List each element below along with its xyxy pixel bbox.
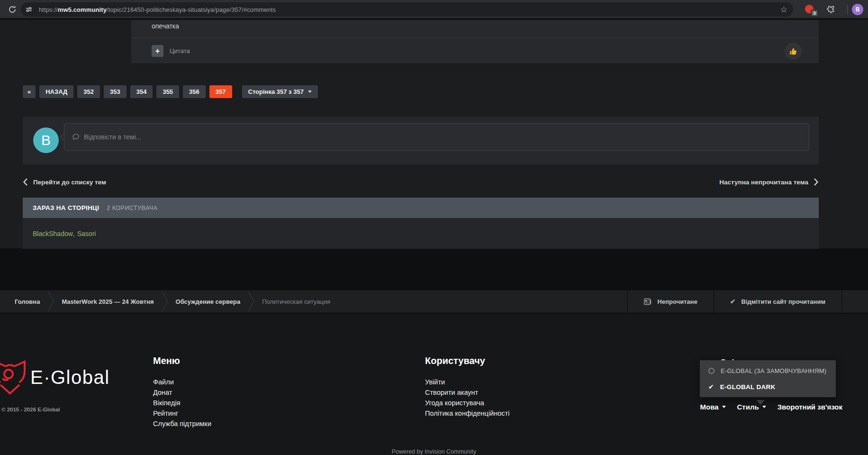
language-dropdown-button[interactable]: Мова <box>700 403 726 411</box>
address-bar[interactable]: https://mw5.community/topic/216450-polit… <box>21 2 793 17</box>
url-path: /topic/216450-politicheskaya-situatsiya/… <box>107 6 276 13</box>
page-button-354[interactable]: 354 <box>130 85 153 98</box>
screen: https://mw5.community/topic/216450-polit… <box>0 0 868 455</box>
page-button-355[interactable]: 355 <box>156 85 179 98</box>
breadcrumb: Головна MasterWork 2025 — 24 Жовтня Обсу… <box>0 290 337 313</box>
footer-link-support[interactable]: Служба підтримки <box>153 419 211 429</box>
footer-link-wiki[interactable]: Вікіпедія <box>153 398 211 408</box>
feedback-label: Зворотний зв'язок <box>778 403 842 411</box>
browser-toolbar: https://mw5.community/topic/216450-polit… <box>0 0 868 19</box>
chevron-right-icon <box>814 178 819 186</box>
breadcrumb-forum[interactable]: MasterWork 2025 — 24 Жовтня <box>62 298 154 305</box>
copyright-text: © 2015 - 2026 E-Global <box>1 407 60 412</box>
footer-link-donate[interactable]: Донат <box>153 387 211 398</box>
caret-down-icon <box>722 406 726 408</box>
first-page-button[interactable]: « <box>23 85 36 98</box>
extension-button[interactable]: 3 <box>805 4 819 17</box>
pagination: « НАЗАД 352 353 354 355 356 357 Сторінка… <box>23 85 318 98</box>
unread-content-label: Непрочитане <box>658 298 697 305</box>
reply-input[interactable] <box>84 133 809 141</box>
back-page-button[interactable]: НАЗАД <box>39 85 73 98</box>
back-to-topic-list-label: Перейти до списку тем <box>33 179 106 186</box>
speech-bubble-icon <box>72 133 80 141</box>
footer-user-title: Користувачу <box>425 355 509 366</box>
caret-down-icon <box>308 91 312 93</box>
browser-profile-avatar[interactable]: B <box>852 4 863 15</box>
eglobal-brand-text[interactable]: E·Global <box>30 367 110 388</box>
unread-content-button[interactable]: Непрочитане <box>627 290 714 313</box>
footer-link-terms[interactable]: Угода користувача <box>425 398 509 408</box>
user-link-sasori[interactable]: Sasori <box>77 230 96 237</box>
page-button-357-active[interactable]: 357 <box>209 85 232 98</box>
unread-content-icon <box>644 298 652 305</box>
page-button-356[interactable]: 356 <box>183 85 206 98</box>
topic-navigation: Перейти до списку тем Наступна непрочита… <box>23 176 819 188</box>
check-icon: ✔ <box>730 298 736 305</box>
back-to-topic-list-link[interactable]: Перейти до списку тем <box>23 178 106 186</box>
mark-site-read-button[interactable]: ✔ Відмітити сайт прочитаним <box>714 290 842 313</box>
check-icon: ✔ <box>708 383 714 391</box>
breadcrumb-actions: Непрочитане ✔ Відмітити сайт прочитаним <box>627 290 842 313</box>
online-users-panel: ЗАРАЗ НА СТОРІНЦІ 2 КОРИСТУВАЧА BlackSha… <box>23 198 819 249</box>
page-button-353[interactable]: 353 <box>104 85 127 98</box>
powered-by-text[interactable]: Powered by Invision Community <box>0 448 868 455</box>
post-footer: + Цитата <box>131 38 819 64</box>
eglobal-fox-logo-icon <box>0 359 26 397</box>
breadcrumb-subforum[interactable]: Обсуждение сервера <box>176 298 241 305</box>
site-footer: E·Global © 2015 - 2026 E-Global Меню Фай… <box>0 314 868 455</box>
online-users-title: ЗАРАЗ НА СТОРІНЦІ <box>33 204 99 211</box>
breadcrumb-separator-icon <box>161 290 169 313</box>
footer-column-user: Користувачу Увійти Створити акаунт Угода… <box>425 355 509 419</box>
quote-button[interactable]: Цитата <box>170 47 190 55</box>
page-button-352[interactable]: 352 <box>77 85 100 98</box>
list-separator: , <box>73 230 75 237</box>
reaction-button[interactable] <box>785 43 802 60</box>
breadcrumb-home[interactable]: Головна <box>15 298 40 305</box>
thumbs-up-icon <box>789 47 798 56</box>
feedback-link[interactable]: Зворотний зв'язок <box>778 403 842 411</box>
footer-menu-title: Меню <box>153 355 211 366</box>
dropdown-caret <box>756 400 765 405</box>
extensions-puzzle-icon[interactable] <box>826 5 835 14</box>
user-link-blackshadow[interactable]: BlackShadow <box>33 230 73 237</box>
reload-icon[interactable] <box>8 5 17 14</box>
footer-utility-links: Мова Стиль Зворотний зв'язок <box>700 403 843 411</box>
footer-link-rating[interactable]: Рейтинг <box>153 408 211 419</box>
style-label: Стиль <box>737 403 759 411</box>
footer-link-files[interactable]: Файли <box>153 377 211 387</box>
footer-link-signin[interactable]: Увійти <box>425 377 509 387</box>
online-users-list: BlackShadow,Sasori <box>23 218 819 249</box>
next-unread-topic-label: Наступна непрочитана тема <box>719 179 808 186</box>
post-body-text: опечатка <box>131 20 819 30</box>
footer-column-menu: Меню Файли Донат Вікіпедія Рейтинг Служб… <box>153 355 211 429</box>
multiquote-button[interactable]: + <box>152 45 163 57</box>
site-info-icon[interactable] <box>23 4 35 15</box>
mark-site-read-label: Відмітити сайт прочитаним <box>741 298 825 305</box>
footer-link-privacy[interactable]: Політика конфіденційності <box>425 408 509 419</box>
language-label: Мова <box>700 403 719 411</box>
post-content: опечатка + Цитата <box>131 20 819 64</box>
toolbar-divider <box>847 5 848 14</box>
style-option-dark[interactable]: ✔ E-GLOBAL DARK <box>700 379 836 395</box>
reply-panel: B <box>23 117 819 164</box>
style-option-default[interactable]: E-GLOBAL (ЗА ЗАМОВЧУВАННЯМ) <box>700 363 836 379</box>
chevron-left-icon <box>23 178 28 186</box>
breadcrumb-current-topic: Политическая ситуация <box>262 298 330 305</box>
online-users-header: ЗАРАЗ НА СТОРІНЦІ 2 КОРИСТУВАЧА <box>23 198 819 218</box>
breadcrumb-separator-icon <box>47 290 54 313</box>
page-select-label: Сторінка 357 з 357 <box>248 88 304 95</box>
breadcrumb-bar: Головна MasterWork 2025 — 24 Жовтня Обсу… <box>0 290 868 313</box>
bookmark-star-icon[interactable]: ☆ <box>780 6 787 14</box>
next-unread-topic-link[interactable]: Наступна непрочитана тема <box>719 178 819 186</box>
footer-link-register[interactable]: Створити акаунт <box>425 387 509 398</box>
url-scheme: https:// <box>39 6 58 13</box>
reply-box[interactable] <box>64 123 809 151</box>
url-host: mw5.community <box>58 6 107 13</box>
caret-down-icon <box>762 406 766 408</box>
user-avatar[interactable]: B <box>33 127 59 153</box>
post-row: опечатка + Цитата <box>23 20 819 64</box>
forum-page: опечатка + Цитата « НАЗАД 352 353 <box>0 20 868 248</box>
style-option-default-label: E-GLOBAL (ЗА ЗАМОВЧУВАННЯМ) <box>721 367 826 374</box>
extension-badge: 3 <box>811 9 818 17</box>
page-select-dropdown[interactable]: Сторінка 357 з 357 <box>242 85 318 98</box>
